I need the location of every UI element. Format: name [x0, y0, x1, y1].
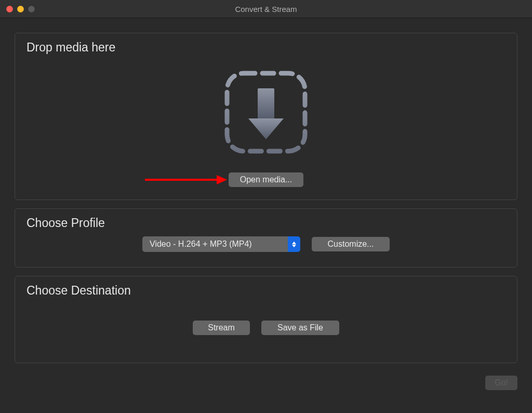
- save-as-file-button[interactable]: Save as File: [261, 321, 339, 335]
- svg-marker-2: [248, 118, 284, 139]
- profile-select-label: Video - H.264 + MP3 (MP4): [142, 236, 288, 252]
- zoom-window-button: [28, 6, 35, 12]
- traffic-lights: [6, 6, 35, 12]
- choose-profile-panel: Choose Profile Video - H.264 + MP3 (MP4)…: [15, 208, 517, 268]
- choose-destination-heading: Choose Destination: [26, 284, 517, 298]
- choose-profile-heading: Choose Profile: [26, 216, 517, 230]
- customize-button[interactable]: Customize...: [312, 237, 390, 251]
- updown-icon: [288, 236, 300, 252]
- drop-media-panel: Drop media here: [15, 33, 517, 200]
- stream-button[interactable]: Stream: [193, 321, 250, 335]
- drop-media-heading: Drop media here: [26, 41, 517, 55]
- svg-marker-4: [217, 175, 227, 184]
- choose-destination-panel: Choose Destination Stream Save as File: [15, 276, 517, 363]
- annotation-arrow: [144, 172, 227, 187]
- go-button[interactable]: Go!: [485, 376, 517, 390]
- download-icon: [222, 69, 310, 156]
- svg-rect-1: [258, 88, 274, 119]
- open-media-button[interactable]: Open media...: [229, 172, 304, 187]
- minimize-window-button[interactable]: [17, 6, 24, 12]
- profile-select[interactable]: Video - H.264 + MP3 (MP4): [142, 236, 300, 252]
- close-window-button[interactable]: [6, 6, 13, 12]
- window-titlebar: Convert & Stream: [0, 0, 532, 18]
- drop-target[interactable]: [222, 69, 310, 156]
- window-title: Convert & Stream: [0, 5, 532, 14]
